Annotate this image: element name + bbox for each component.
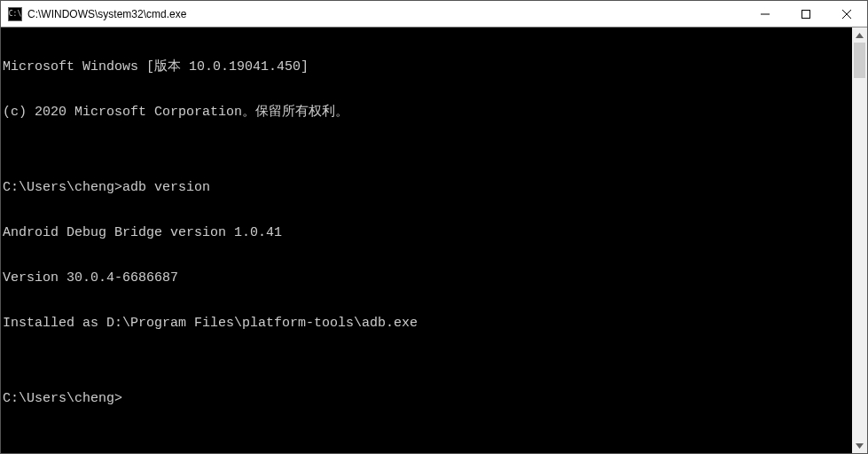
close-button[interactable] [826,1,867,27]
scroll-thumb[interactable] [854,43,865,78]
banner-line: Microsoft Windows [版本 10.0.19041.450] [3,59,852,74]
copyright-line: (c) 2020 Microsoft Corporation。保留所有权利。 [3,105,852,120]
prompt-line: C:\Users\cheng> [3,391,852,406]
scrollbar[interactable] [852,27,867,453]
minimize-button[interactable] [745,1,786,27]
terminal-area: Microsoft Windows [版本 10.0.19041.450] (c… [1,27,867,453]
terminal[interactable]: Microsoft Windows [版本 10.0.19041.450] (c… [1,27,852,453]
output-line: Installed as D:\Program Files\platform-t… [3,316,852,331]
cmd-icon: C:\ [8,7,22,21]
svg-rect-0 [802,10,810,18]
scroll-track[interactable] [852,43,867,438]
maximize-button[interactable] [786,1,826,27]
scroll-down-button[interactable] [852,438,867,453]
window-controls [745,1,867,27]
command-text: adb version [122,180,210,195]
titlebar: C:\ C:\WINDOWS\system32\cmd.exe [1,1,867,27]
prompt: C:\Users\cheng> [3,180,122,195]
window-title: C:\WINDOWS\system32\cmd.exe [27,8,745,20]
scroll-up-button[interactable] [852,27,867,43]
command-line: C:\Users\cheng>adb version [3,180,852,195]
output-line: Android Debug Bridge version 1.0.41 [3,225,852,240]
output-line: Version 30.0.4-6686687 [3,270,852,286]
